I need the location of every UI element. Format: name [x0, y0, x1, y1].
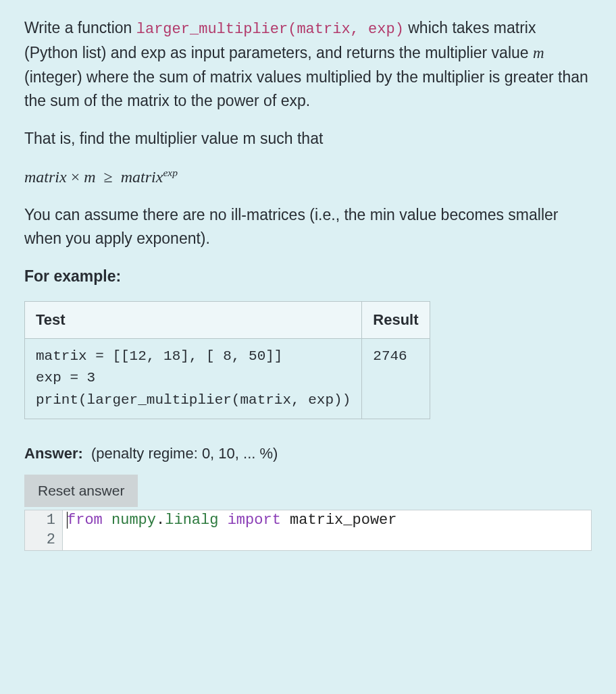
math-inequality: matrix × m ≥ matrixexp	[24, 165, 592, 190]
math-m: m	[84, 168, 95, 186]
answer-label: Answer:	[24, 445, 83, 462]
code-token	[218, 512, 227, 529]
code-token	[103, 512, 111, 529]
example-heading: For example:	[24, 265, 592, 289]
intro-prefix: Write a function	[24, 19, 136, 36]
math-rhs-exp: exp	[163, 167, 178, 178]
function-signature: larger_multiplier(matrix, exp)	[136, 21, 404, 38]
editor-row[interactable]: 2	[25, 530, 591, 550]
math-lhs-matrix: matrix	[24, 168, 67, 186]
m-variable: m	[533, 45, 544, 61]
question-paragraph-3: You can assume there are no ill-matrices…	[24, 203, 592, 251]
table-header-test: Test	[25, 301, 362, 338]
answer-heading: Answer: (penalty regime: 0, 10, ... %)	[24, 442, 592, 465]
answer-penalty: (penalty regime: 0, 10, ... %)	[91, 445, 278, 462]
intro-cont: (integer) where the sum of matrix values…	[24, 68, 588, 110]
editor-row[interactable]: 1from numpy.linalg import matrix_power	[25, 510, 591, 531]
question-body: Write a function larger_multiplier(matri…	[0, 0, 616, 551]
math-times: ×	[71, 168, 80, 186]
table-header-result: Result	[362, 301, 430, 338]
code-token: from	[67, 512, 103, 529]
question-paragraph-1: Write a function larger_multiplier(matri…	[24, 16, 592, 113]
example-table: Test Result matrix = [[12, 18], [ 8, 50]…	[24, 301, 430, 419]
code-token: linalg	[165, 512, 218, 529]
line-number: 2	[25, 530, 63, 550]
code-line[interactable]: from numpy.linalg import matrix_power	[63, 510, 397, 531]
code-editor[interactable]: 1from numpy.linalg import matrix_power2	[24, 510, 592, 551]
line-number: 1	[25, 510, 63, 531]
code-token: .	[156, 512, 165, 529]
math-ge: ≥	[104, 168, 113, 186]
table-cell-test: matrix = [[12, 18], [ 8, 50]] exp = 3 pr…	[25, 338, 362, 419]
code-token: import	[228, 512, 281, 529]
code-line[interactable]	[63, 530, 76, 550]
reset-answer-button[interactable]: Reset answer	[24, 475, 138, 507]
code-token: numpy	[111, 512, 156, 529]
code-token: matrix_power	[281, 512, 397, 529]
math-rhs-base: matrix	[121, 168, 163, 186]
table-header-row: Test Result	[25, 301, 430, 338]
table-cell-result: 2746	[362, 338, 430, 419]
table-row: matrix = [[12, 18], [ 8, 50]] exp = 3 pr…	[25, 338, 430, 419]
question-paragraph-2: That is, find the multiplier value m suc…	[24, 127, 592, 151]
